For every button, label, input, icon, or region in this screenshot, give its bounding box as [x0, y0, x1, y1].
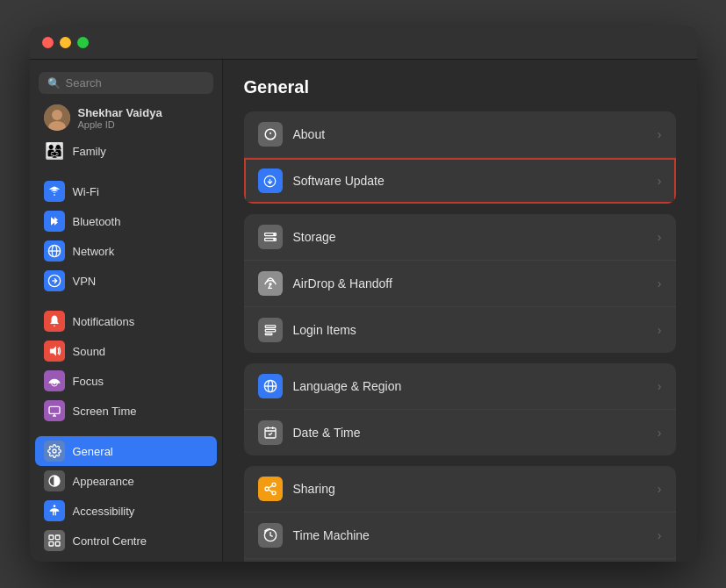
- sidebar-item-accessibility[interactable]: Accessibility: [35, 496, 217, 526]
- settings-group-1: About › Software Update ›: [244, 111, 676, 204]
- sidebar-item-user[interactable]: Shekhar Vaidya Apple ID: [35, 103, 217, 133]
- settings-row-transfer-reset[interactable]: Transfer or Reset ›: [244, 559, 676, 562]
- date-time-icon: [258, 420, 283, 445]
- sidebar-label: VPN: [73, 275, 97, 288]
- search-input[interactable]: Search: [66, 76, 102, 90]
- sidebar-label: Appearance: [73, 475, 134, 488]
- airdrop-icon: [258, 271, 283, 296]
- software-update-icon: [258, 169, 283, 193]
- sidebar-label: Bluetooth: [73, 215, 121, 228]
- chevron-icon: ›: [658, 482, 662, 496]
- sidebar-item-screen-time[interactable]: Screen Time: [35, 396, 217, 426]
- sidebar-item-network[interactable]: Network: [35, 236, 217, 266]
- sidebar-label: Accessibility: [73, 505, 135, 518]
- wifi-icon: [44, 181, 65, 202]
- search-icon: 🔍: [47, 77, 61, 90]
- settings-row-software-update[interactable]: Software Update ›: [244, 158, 676, 204]
- row-label: Language & Region: [293, 379, 647, 393]
- sidebar-item-bluetooth[interactable]: Bluetooth: [35, 206, 217, 236]
- minimize-button[interactable]: [60, 37, 71, 48]
- svg-rect-17: [49, 535, 54, 540]
- close-button[interactable]: [42, 37, 54, 48]
- svg-point-30: [270, 283, 271, 285]
- main-content: General About ›: [223, 60, 697, 562]
- chevron-icon: ›: [658, 426, 662, 440]
- vpn-icon: [44, 270, 65, 291]
- login-items-icon: [258, 318, 283, 342]
- sidebar-item-focus[interactable]: Focus: [35, 366, 217, 396]
- row-label: Date & Time: [293, 426, 647, 440]
- sidebar-item-notifications[interactable]: Notifications: [35, 306, 217, 336]
- settings-row-date-time[interactable]: Date & Time ›: [244, 410, 676, 455]
- focus-icon: [44, 370, 65, 391]
- sound-icon: [44, 341, 65, 362]
- settings-group-4: Sharing › Time Machine ›: [244, 466, 676, 562]
- user-name: Shekhar Vaidya: [78, 106, 162, 119]
- settings-row-language[interactable]: Language & Region ›: [244, 363, 676, 410]
- svg-point-28: [273, 234, 274, 235]
- svg-rect-19: [49, 541, 54, 546]
- sidebar-item-appearance[interactable]: Appearance: [35, 466, 217, 496]
- sidebar-label: Screen Time: [73, 405, 137, 418]
- row-label: AirDrop & Handoff: [293, 276, 647, 290]
- settings-row-login-items[interactable]: Login Items ›: [244, 307, 676, 353]
- chevron-icon: ›: [658, 174, 662, 188]
- network-icon: [44, 240, 65, 262]
- maximize-button[interactable]: [77, 37, 89, 48]
- settings-row-storage[interactable]: Storage ›: [244, 214, 676, 261]
- sidebar-item-control-centre[interactable]: Control Centre: [35, 526, 217, 556]
- chevron-icon: ›: [658, 276, 662, 290]
- user-subtitle: Apple ID: [78, 119, 162, 130]
- svg-point-1: [52, 110, 62, 120]
- row-label: Sharing: [293, 482, 647, 496]
- screen-time-icon: [44, 400, 65, 421]
- sidebar-label: Sound: [73, 345, 106, 358]
- appearance-icon: [44, 470, 65, 491]
- search-container[interactable]: 🔍 Search: [30, 68, 222, 103]
- user-info: Shekhar Vaidya Apple ID: [78, 106, 162, 130]
- sidebar-label: Family: [73, 145, 106, 158]
- row-label: About: [293, 127, 647, 141]
- sidebar-label: Notifications: [73, 315, 135, 328]
- sidebar-label: Focus: [73, 375, 104, 388]
- svg-line-45: [268, 485, 272, 488]
- svg-rect-33: [265, 333, 272, 335]
- sidebar-label: General: [73, 445, 113, 458]
- row-label: Login Items: [293, 323, 647, 337]
- general-icon: [44, 441, 65, 462]
- bluetooth-icon: [44, 211, 65, 232]
- svg-point-43: [272, 491, 276, 495]
- chevron-icon: ›: [658, 528, 662, 542]
- chevron-icon: ›: [658, 323, 662, 337]
- svg-rect-37: [265, 428, 276, 438]
- sidebar-label: Control Centre: [73, 534, 147, 548]
- svg-rect-31: [265, 326, 275, 328]
- avatar: [44, 104, 70, 131]
- settings-row-airdrop[interactable]: AirDrop & Handoff ›: [244, 261, 676, 307]
- svg-rect-11: [49, 406, 60, 413]
- svg-marker-8: [49, 346, 55, 355]
- svg-rect-20: [55, 541, 60, 546]
- sidebar-item-sound[interactable]: Sound: [35, 336, 217, 366]
- chevron-icon: ›: [658, 379, 662, 393]
- control-centre-icon: [44, 530, 65, 551]
- language-icon: [258, 374, 283, 398]
- sidebar: 🔍 Search Shekhar Vaidya Apple ID: [30, 60, 223, 562]
- accessibility-icon: [44, 500, 65, 521]
- time-machine-icon: [258, 523, 283, 548]
- settings-row-sharing[interactable]: Sharing ›: [244, 466, 676, 513]
- sidebar-item-wifi[interactable]: Wi-Fi: [35, 176, 217, 206]
- family-icon: 👨‍👩‍👧: [44, 140, 65, 161]
- traffic-lights: [42, 37, 89, 48]
- chevron-icon: ›: [658, 230, 662, 244]
- sidebar-label: Network: [73, 245, 115, 258]
- sharing-icon: [258, 477, 283, 501]
- settings-row-about[interactable]: About ›: [244, 111, 676, 158]
- settings-row-time-machine[interactable]: Time Machine ›: [244, 513, 676, 559]
- system-preferences-window: 🔍 Search Shekhar Vaidya Apple ID: [30, 26, 697, 562]
- sidebar-item-general[interactable]: General: [35, 436, 217, 466]
- sidebar-item-family[interactable]: 👨‍👩‍👧 Family: [35, 136, 217, 166]
- search-box[interactable]: 🔍 Search: [39, 72, 213, 94]
- sidebar-item-vpn[interactable]: VPN: [35, 266, 217, 296]
- row-label: Storage: [293, 230, 647, 244]
